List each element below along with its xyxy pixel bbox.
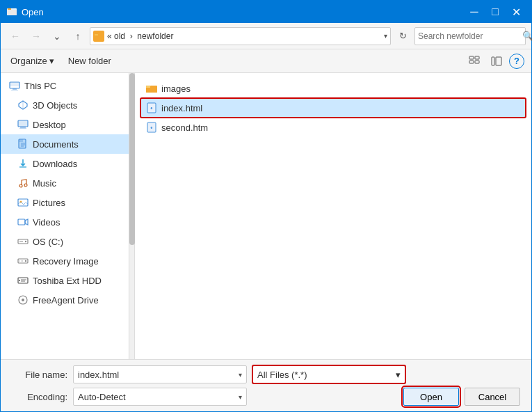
sidebar-item-freeagent[interactable]: FreeAgent Drive <box>1 290 129 310</box>
dialog-title: Open <box>22 7 465 17</box>
filename-input[interactable]: index.html ▾ <box>73 365 247 383</box>
file-list-wrapper: images e index.html <box>135 73 531 359</box>
file-list: images e index.html <box>135 73 531 143</box>
open-button[interactable]: Open <box>403 388 459 406</box>
search-input[interactable] <box>418 31 522 41</box>
view-layout-icon <box>491 56 502 67</box>
svg-point-28 <box>19 184 22 187</box>
svg-rect-12 <box>10 82 19 86</box>
filetype-select[interactable]: All Files (*.*) ▾ <box>252 365 405 383</box>
dropdown-button[interactable]: ⌄ <box>48 27 66 45</box>
svg-rect-13 <box>13 88 17 90</box>
recovery-icon <box>17 255 29 267</box>
title-bar: Open ─ □ ✕ <box>1 1 531 23</box>
svg-point-40 <box>19 280 20 281</box>
file-name: index.html <box>161 103 202 113</box>
svg-rect-10 <box>496 57 501 65</box>
filename-dropdown-arrow[interactable]: ▾ <box>239 371 242 379</box>
address-folder-icon <box>93 31 104 42</box>
view-toggle-button[interactable] <box>487 52 506 71</box>
organize-button[interactable]: Organize ▾ <box>8 54 57 68</box>
sidebar-item-os-c[interactable]: OS (C:) <box>1 232 129 251</box>
encoding-select[interactable]: Auto-Detect ▾ <box>73 388 247 406</box>
svg-rect-14 <box>11 90 18 90</box>
svg-rect-1 <box>7 10 17 15</box>
filename-row: File name: index.html ▾ All Files (*.*) … <box>12 365 520 383</box>
toshiba-icon <box>17 275 29 286</box>
dialog-icon <box>6 6 17 17</box>
svg-rect-48 <box>146 86 150 88</box>
svg-rect-9 <box>492 57 494 65</box>
sidebar-item-label: 3D Objects <box>33 100 77 111</box>
svg-point-44 <box>22 299 24 301</box>
sidebar-item-pictures[interactable]: Pictures <box>1 193 129 212</box>
search-icon: 🔍 <box>522 31 532 41</box>
forward-button[interactable]: → <box>27 27 45 45</box>
open-dialog: Open ─ □ ✕ ← → ⌄ ↑ « old › newfolder ▾ ↻ <box>0 0 532 412</box>
back-button[interactable]: ← <box>6 27 24 45</box>
title-bar-buttons: ─ □ ✕ <box>465 2 526 22</box>
bottom-bar: File name: index.html ▾ All Files (*.*) … <box>1 359 531 411</box>
sidebar-item-label: Pictures <box>33 198 65 208</box>
sidebar-scrollbar[interactable] <box>129 73 135 359</box>
encoding-label: Encoding: <box>12 392 67 402</box>
sidebar-item-recovery-image[interactable]: Recovery Image <box>1 251 129 271</box>
address-bar[interactable]: « old › newfolder ▾ <box>90 27 391 45</box>
videos-icon <box>17 216 29 228</box>
svg-rect-2 <box>8 8 11 10</box>
organize-dropdown-icon: ▾ <box>49 56 54 66</box>
svg-rect-7 <box>469 61 474 63</box>
sidebar-item-documents[interactable]: Documents <box>1 134 129 154</box>
minimize-button[interactable]: ─ <box>465 2 484 22</box>
search-box[interactable]: 🔍 <box>414 27 526 45</box>
svg-rect-19 <box>20 127 26 128</box>
maximize-button[interactable]: □ <box>485 2 505 22</box>
sidebar-item-music[interactable]: Music <box>1 173 129 193</box>
svg-point-29 <box>24 184 27 187</box>
sidebar-item-label: This PC <box>24 81 56 91</box>
view-options-button[interactable] <box>465 52 484 71</box>
sidebar-item-videos[interactable]: Videos <box>1 212 129 232</box>
file-item-index-html[interactable]: e index.html <box>140 98 526 118</box>
sidebar-item-label: Recovery Image <box>33 256 99 267</box>
file-name: second.htm <box>161 122 208 133</box>
sidebar-item-label: OS (C:) <box>33 237 63 247</box>
sidebar-item-3d-objects[interactable]: 3D Objects <box>1 95 129 115</box>
folder-icon <box>146 83 157 94</box>
file-item-second-htm[interactable]: e second.htm <box>140 118 526 137</box>
cancel-button[interactable]: Cancel <box>465 388 520 406</box>
freeagent-icon <box>17 294 29 306</box>
svg-rect-5 <box>469 56 474 59</box>
sidebar-item-label: FreeAgent Drive <box>33 295 99 306</box>
3d-objects-icon <box>17 100 29 111</box>
scrollbar-thumb[interactable] <box>129 73 135 245</box>
help-button[interactable]: ? <box>509 54 524 69</box>
up-button[interactable]: ↑ <box>69 27 87 45</box>
sidebar-item-toshiba[interactable]: Toshiba Ext HDD <box>1 271 129 290</box>
hdd-icon <box>17 236 29 247</box>
address-dropdown-arrow[interactable]: ▾ <box>384 32 387 40</box>
encoding-dropdown-arrow[interactable]: ▾ <box>239 393 242 401</box>
filetype-dropdown-arrow[interactable]: ▾ <box>396 370 401 380</box>
file-name: images <box>161 84 191 94</box>
actions-toolbar: Organize ▾ New folder ? <box>1 49 531 73</box>
music-icon <box>17 177 29 189</box>
address-path: « old › newfolder <box>107 31 381 41</box>
close-button[interactable]: ✕ <box>506 2 526 22</box>
address-toolbar: ← → ⌄ ↑ « old › newfolder ▾ ↻ 🔍 <box>1 23 531 49</box>
sidebar-item-label: Videos <box>33 217 61 228</box>
sidebar-item-downloads[interactable]: Downloads <box>1 154 129 173</box>
filename-label: File name: <box>12 370 67 380</box>
sidebar-item-this-pc[interactable]: This PC <box>1 76 129 95</box>
refresh-button[interactable]: ↻ <box>394 27 412 45</box>
sidebar-item-label: Documents <box>33 139 79 150</box>
new-folder-button[interactable]: New folder <box>65 54 114 68</box>
svg-rect-6 <box>475 56 479 59</box>
file-item-images[interactable]: images <box>140 79 526 98</box>
desktop-icon <box>17 119 29 130</box>
sidebar-item-label: Desktop <box>33 120 66 130</box>
html-file-icon-2: e <box>146 122 157 133</box>
svg-point-34 <box>25 241 26 242</box>
svg-rect-32 <box>18 219 25 225</box>
sidebar-item-desktop[interactable]: Desktop <box>1 115 129 134</box>
